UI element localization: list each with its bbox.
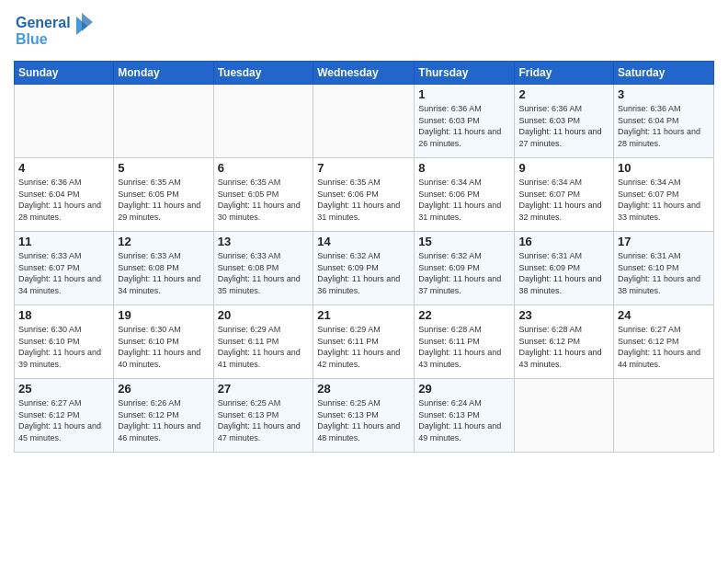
calendar-cell: 17Sunrise: 6:31 AM Sunset: 6:10 PM Dayli… bbox=[614, 232, 714, 305]
day-info: Sunrise: 6:36 AM Sunset: 6:04 PM Dayligh… bbox=[618, 103, 710, 149]
day-info: Sunrise: 6:34 AM Sunset: 6:06 PM Dayligh… bbox=[418, 177, 510, 223]
day-of-week-header: Friday bbox=[515, 62, 614, 85]
day-info: Sunrise: 6:27 AM Sunset: 6:12 PM Dayligh… bbox=[618, 324, 710, 370]
day-info: Sunrise: 6:32 AM Sunset: 6:09 PM Dayligh… bbox=[317, 250, 410, 296]
calendar-week-row: 25Sunrise: 6:27 AM Sunset: 6:12 PM Dayli… bbox=[15, 379, 714, 453]
day-number: 14 bbox=[317, 235, 410, 248]
svg-text:General: General bbox=[16, 15, 71, 30]
calendar-cell: 19Sunrise: 6:30 AM Sunset: 6:10 PM Dayli… bbox=[114, 305, 213, 379]
calendar-header-row: SundayMondayTuesdayWednesdayThursdayFrid… bbox=[15, 62, 714, 85]
day-number: 29 bbox=[418, 382, 510, 396]
calendar-cell: 8Sunrise: 6:34 AM Sunset: 6:06 PM Daylig… bbox=[415, 158, 515, 232]
calendar-cell: 27Sunrise: 6:25 AM Sunset: 6:13 PM Dayli… bbox=[213, 379, 313, 453]
calendar-cell: 13Sunrise: 6:33 AM Sunset: 6:08 PM Dayli… bbox=[213, 232, 313, 305]
day-number: 11 bbox=[18, 235, 109, 248]
day-of-week-header: Saturday bbox=[614, 62, 714, 85]
day-info: Sunrise: 6:34 AM Sunset: 6:07 PM Dayligh… bbox=[518, 177, 609, 223]
day-number: 28 bbox=[317, 382, 410, 396]
day-info: Sunrise: 6:25 AM Sunset: 6:13 PM Dayligh… bbox=[218, 397, 310, 443]
day-info: Sunrise: 6:30 AM Sunset: 6:10 PM Dayligh… bbox=[18, 324, 109, 370]
day-number: 10 bbox=[618, 161, 710, 175]
day-info: Sunrise: 6:28 AM Sunset: 6:11 PM Dayligh… bbox=[418, 324, 510, 370]
day-number: 8 bbox=[418, 161, 510, 175]
calendar-cell: 6Sunrise: 6:35 AM Sunset: 6:05 PM Daylig… bbox=[213, 158, 313, 232]
day-number: 13 bbox=[218, 235, 310, 248]
day-number: 9 bbox=[518, 161, 609, 175]
day-number: 6 bbox=[218, 161, 310, 175]
day-info: Sunrise: 6:25 AM Sunset: 6:13 PM Dayligh… bbox=[317, 397, 410, 443]
day-info: Sunrise: 6:33 AM Sunset: 6:07 PM Dayligh… bbox=[18, 250, 109, 296]
day-number: 24 bbox=[618, 308, 710, 322]
day-of-week-header: Tuesday bbox=[213, 62, 313, 85]
day-number: 17 bbox=[618, 235, 710, 248]
day-info: Sunrise: 6:33 AM Sunset: 6:08 PM Dayligh… bbox=[118, 250, 209, 296]
calendar-cell: 16Sunrise: 6:31 AM Sunset: 6:09 PM Dayli… bbox=[515, 232, 614, 305]
logo: General Blue bbox=[14, 9, 97, 53]
day-info: Sunrise: 6:30 AM Sunset: 6:10 PM Dayligh… bbox=[118, 324, 209, 370]
day-info: Sunrise: 6:29 AM Sunset: 6:11 PM Dayligh… bbox=[218, 324, 310, 370]
day-number: 27 bbox=[218, 382, 310, 396]
calendar-cell: 21Sunrise: 6:29 AM Sunset: 6:11 PM Dayli… bbox=[313, 305, 415, 379]
day-info: Sunrise: 6:29 AM Sunset: 6:11 PM Dayligh… bbox=[317, 324, 410, 370]
day-of-week-header: Sunday bbox=[15, 62, 114, 85]
calendar-cell: 3Sunrise: 6:36 AM Sunset: 6:04 PM Daylig… bbox=[614, 85, 714, 158]
day-of-week-header: Thursday bbox=[415, 62, 515, 85]
calendar-cell: 4Sunrise: 6:36 AM Sunset: 6:04 PM Daylig… bbox=[15, 158, 114, 232]
day-number: 23 bbox=[518, 308, 609, 322]
logo-icon: General Blue bbox=[14, 9, 97, 50]
day-number: 25 bbox=[18, 382, 109, 396]
svg-text:Blue: Blue bbox=[16, 31, 48, 47]
day-info: Sunrise: 6:26 AM Sunset: 6:12 PM Dayligh… bbox=[118, 397, 209, 443]
day-info: Sunrise: 6:35 AM Sunset: 6:05 PM Dayligh… bbox=[218, 177, 310, 223]
day-number: 12 bbox=[118, 235, 209, 248]
day-number: 3 bbox=[618, 87, 710, 101]
calendar-cell bbox=[114, 85, 213, 158]
calendar-cell: 1Sunrise: 6:36 AM Sunset: 6:03 PM Daylig… bbox=[415, 85, 515, 158]
calendar-cell: 25Sunrise: 6:27 AM Sunset: 6:12 PM Dayli… bbox=[15, 379, 114, 453]
calendar-cell: 20Sunrise: 6:29 AM Sunset: 6:11 PM Dayli… bbox=[213, 305, 313, 379]
day-info: Sunrise: 6:35 AM Sunset: 6:06 PM Dayligh… bbox=[317, 177, 410, 223]
page: General Blue SundayMondayTuesdayWednesda… bbox=[0, 0, 728, 563]
day-number: 5 bbox=[118, 161, 209, 175]
calendar-cell: 12Sunrise: 6:33 AM Sunset: 6:08 PM Dayli… bbox=[114, 232, 213, 305]
day-info: Sunrise: 6:36 AM Sunset: 6:04 PM Dayligh… bbox=[18, 177, 109, 223]
day-number: 2 bbox=[518, 87, 609, 101]
svg-marker-3 bbox=[82, 13, 93, 31]
day-info: Sunrise: 6:34 AM Sunset: 6:07 PM Dayligh… bbox=[618, 177, 710, 223]
day-number: 18 bbox=[18, 308, 109, 322]
day-info: Sunrise: 6:33 AM Sunset: 6:08 PM Dayligh… bbox=[218, 250, 310, 296]
calendar-week-row: 11Sunrise: 6:33 AM Sunset: 6:07 PM Dayli… bbox=[15, 232, 714, 305]
calendar-week-row: 4Sunrise: 6:36 AM Sunset: 6:04 PM Daylig… bbox=[15, 158, 714, 232]
calendar-cell: 24Sunrise: 6:27 AM Sunset: 6:12 PM Dayli… bbox=[614, 305, 714, 379]
calendar-cell bbox=[15, 85, 114, 158]
day-info: Sunrise: 6:35 AM Sunset: 6:05 PM Dayligh… bbox=[118, 177, 209, 223]
day-number: 1 bbox=[418, 87, 510, 101]
day-info: Sunrise: 6:36 AM Sunset: 6:03 PM Dayligh… bbox=[518, 103, 609, 149]
day-number: 22 bbox=[418, 308, 510, 322]
header: General Blue bbox=[14, 9, 714, 53]
calendar-table: SundayMondayTuesdayWednesdayThursdayFrid… bbox=[14, 61, 714, 453]
calendar-cell: 9Sunrise: 6:34 AM Sunset: 6:07 PM Daylig… bbox=[515, 158, 614, 232]
day-number: 21 bbox=[317, 308, 410, 322]
day-info: Sunrise: 6:31 AM Sunset: 6:09 PM Dayligh… bbox=[518, 250, 609, 296]
day-number: 26 bbox=[118, 382, 209, 396]
calendar-cell: 7Sunrise: 6:35 AM Sunset: 6:06 PM Daylig… bbox=[313, 158, 415, 232]
calendar-cell bbox=[515, 379, 614, 453]
calendar-cell: 23Sunrise: 6:28 AM Sunset: 6:12 PM Dayli… bbox=[515, 305, 614, 379]
day-number: 16 bbox=[518, 235, 609, 248]
calendar-cell: 5Sunrise: 6:35 AM Sunset: 6:05 PM Daylig… bbox=[114, 158, 213, 232]
calendar-cell bbox=[313, 85, 415, 158]
calendar-cell bbox=[614, 379, 714, 453]
calendar-cell: 11Sunrise: 6:33 AM Sunset: 6:07 PM Dayli… bbox=[15, 232, 114, 305]
calendar-cell: 18Sunrise: 6:30 AM Sunset: 6:10 PM Dayli… bbox=[15, 305, 114, 379]
day-of-week-header: Monday bbox=[114, 62, 213, 85]
calendar-cell: 2Sunrise: 6:36 AM Sunset: 6:03 PM Daylig… bbox=[515, 85, 614, 158]
calendar-cell: 10Sunrise: 6:34 AM Sunset: 6:07 PM Dayli… bbox=[614, 158, 714, 232]
day-of-week-header: Wednesday bbox=[313, 62, 415, 85]
day-info: Sunrise: 6:36 AM Sunset: 6:03 PM Dayligh… bbox=[418, 103, 510, 149]
calendar-cell: 29Sunrise: 6:24 AM Sunset: 6:13 PM Dayli… bbox=[415, 379, 515, 453]
day-number: 15 bbox=[418, 235, 510, 248]
calendar-cell: 14Sunrise: 6:32 AM Sunset: 6:09 PM Dayli… bbox=[313, 232, 415, 305]
calendar-cell: 15Sunrise: 6:32 AM Sunset: 6:09 PM Dayli… bbox=[415, 232, 515, 305]
calendar-cell bbox=[213, 85, 313, 158]
